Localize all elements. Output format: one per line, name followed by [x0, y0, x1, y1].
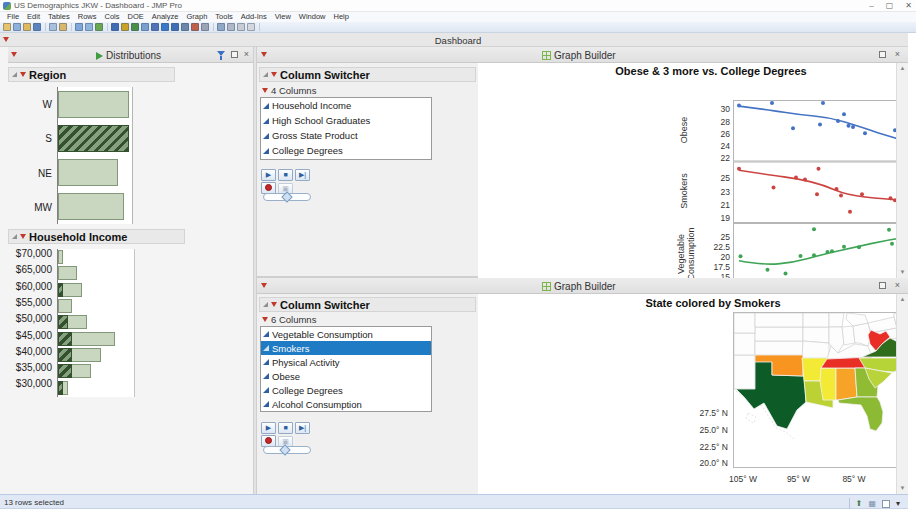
menu-tools[interactable]: Tools: [211, 12, 237, 22]
data-point-obese-0[interactable]: [737, 104, 741, 108]
data-point-vegetable-consumption-0[interactable]: [739, 254, 743, 258]
histogram-bar-0[interactable]: [58, 250, 63, 264]
histogram-selected-bar-4[interactable]: [58, 315, 68, 329]
record-button[interactable]: [261, 182, 276, 194]
graph-builder-top-close-icon[interactable]: ×: [895, 51, 900, 58]
data-point-smokers-6[interactable]: [835, 187, 839, 191]
histogram-selected-bar-8[interactable]: [58, 381, 63, 395]
graph-builder-top-scrollbar[interactable]: ▲ ▼: [896, 63, 908, 278]
minimize-button[interactable]: –: [869, 0, 873, 12]
record-button-2[interactable]: [261, 435, 276, 447]
recode-icon[interactable]: [95, 23, 103, 31]
income-disclosure-icon[interactable]: [12, 234, 17, 239]
table-icon[interactable]: ▦: [868, 496, 876, 511]
graph-builder-top-red-triangle-menu[interactable]: [261, 52, 267, 57]
column-count-bottom-red-triangle-menu[interactable]: [262, 317, 268, 322]
data-point-smokers-3[interactable]: [803, 178, 807, 182]
data-point-obese-9[interactable]: [863, 131, 867, 135]
menu-file[interactable]: File: [3, 12, 23, 22]
data-point-obese-5[interactable]: [836, 119, 840, 123]
help-tool-icon[interactable]: [121, 23, 129, 31]
switcher-top-speed-slider[interactable]: [263, 193, 311, 201]
open-file-icon[interactable]: [3, 23, 11, 31]
arrow-up-icon[interactable]: ⬆: [856, 496, 863, 511]
shape-tool-icon[interactable]: [237, 23, 245, 31]
column-bottom-item-physical-activity[interactable]: Physical Activity: [261, 355, 431, 369]
graph-builder-bottom-close-icon[interactable]: ×: [895, 282, 900, 289]
scroll-up-arrow-icon[interactable]: ▲: [897, 64, 908, 73]
data-point-vegetable-consumption-2[interactable]: [784, 271, 788, 275]
data-point-vegetable-consumption-11[interactable]: [890, 242, 894, 246]
column-switcher-bottom-disclosure-icon[interactable]: [263, 302, 268, 307]
data-point-smokers-9[interactable]: [848, 210, 852, 214]
data-point-vegetable-consumption-4[interactable]: [812, 253, 816, 257]
column-top-item-high-school-graduates[interactable]: High School Graduates: [261, 113, 431, 128]
data-point-vegetable-consumption-3[interactable]: [799, 254, 803, 258]
data-point-smokers-2[interactable]: [794, 176, 798, 180]
menu-rows[interactable]: Rows: [74, 12, 101, 22]
column-bottom-item-college-degrees[interactable]: College Degrees: [261, 383, 431, 397]
annotate-tool-icon[interactable]: [191, 23, 199, 31]
region-red-triangle-menu[interactable]: [20, 72, 26, 77]
switcher-top-slider-thumb[interactable]: [281, 191, 292, 202]
data-point-vegetable-consumption-5[interactable]: [812, 227, 816, 231]
switcher-bottom-slider-thumb[interactable]: [279, 444, 290, 455]
data-point-smokers-0[interactable]: [737, 167, 741, 171]
data-point-obese-4[interactable]: [818, 123, 822, 127]
graph-builder-bottom-maximize-icon[interactable]: [879, 282, 886, 289]
data-point-obese-1[interactable]: [770, 101, 774, 105]
column-switcher-bottom-header[interactable]: Column Switcher: [259, 297, 476, 312]
copy-icon[interactable]: [49, 23, 57, 31]
scroll-up-arrow-icon-2[interactable]: ▲: [897, 295, 908, 304]
data-point-vegetable-consumption-6[interactable]: [826, 250, 830, 254]
new-data-table-icon[interactable]: [13, 23, 21, 31]
data-point-smokers-8[interactable]: [860, 192, 864, 196]
switcher-bottom-speed-slider[interactable]: [263, 446, 311, 454]
data-point-smokers-7[interactable]: [839, 194, 843, 198]
data-filter-icon[interactable]: [217, 51, 225, 56]
histogram-selected-bar-2[interactable]: [58, 283, 63, 297]
column-bottom-item-smokers[interactable]: Smokers: [261, 341, 431, 355]
region-disclosure-icon[interactable]: [12, 72, 17, 77]
histogram-selected-bar-6[interactable]: [58, 348, 72, 362]
menu-analyze[interactable]: Analyze: [148, 12, 183, 22]
data-point-smokers-4[interactable]: [817, 167, 821, 171]
column-switcher-top-header[interactable]: Column Switcher: [259, 67, 476, 82]
selection-tool-icon[interactable]: [141, 23, 149, 31]
income-section-header[interactable]: Household Income: [8, 229, 185, 244]
data-point-smokers-10[interactable]: [889, 196, 893, 200]
column-bottom-item-vegetable-consumption[interactable]: Vegetable Consumption: [261, 327, 431, 341]
maximize-button[interactable]: ▢: [886, 0, 894, 12]
step-button[interactable]: ▶|: [295, 169, 310, 181]
column-top-item-college-degrees[interactable]: College Degrees: [261, 143, 431, 158]
menu-cols[interactable]: Cols: [100, 12, 123, 22]
histogram-selected-bar-7[interactable]: [58, 364, 72, 378]
close-button[interactable]: ✕: [905, 0, 912, 12]
paste-icon[interactable]: [59, 23, 67, 31]
data-point-obese-6[interactable]: [842, 112, 846, 116]
menu-doe[interactable]: DOE: [124, 12, 148, 22]
state-alabama[interactable]: [836, 368, 857, 400]
data-point-obese-8[interactable]: [851, 125, 855, 129]
new-script-icon[interactable]: [75, 23, 83, 31]
data-point-vegetable-consumption-8[interactable]: [842, 245, 846, 249]
column-switcher-top-disclosure-icon[interactable]: [263, 72, 268, 77]
data-point-vegetable-consumption-9[interactable]: [857, 245, 861, 249]
graph-builder-bottom-scrollbar[interactable]: ▲ ▼: [896, 294, 908, 494]
brush-tool-icon[interactable]: [161, 23, 169, 31]
scroll-down-arrow-icon[interactable]: ▼: [897, 268, 908, 277]
data-point-vegetable-consumption-10[interactable]: [887, 228, 891, 232]
lasso-tool-icon[interactable]: [151, 23, 159, 31]
window-layout-icon[interactable]: [227, 23, 235, 31]
square-toggle-icon[interactable]: [882, 500, 890, 508]
data-point-smokers-1[interactable]: [772, 186, 776, 190]
histogram-bar-3[interactable]: [58, 193, 124, 220]
scroll-down-arrow-icon-2[interactable]: ▼: [897, 484, 908, 493]
column-bottom-item-alcohol-consumption[interactable]: Alcohol Consumption: [261, 397, 431, 411]
income-red-triangle-menu[interactable]: [20, 234, 26, 239]
column-switcher-bottom-red-triangle-menu[interactable]: [271, 302, 277, 307]
histogram-bar-2[interactable]: [58, 159, 118, 186]
column-count-top-red-triangle-menu[interactable]: [262, 88, 268, 93]
histogram-bar-0[interactable]: [58, 91, 129, 118]
step-button-2[interactable]: ▶|: [295, 422, 310, 434]
